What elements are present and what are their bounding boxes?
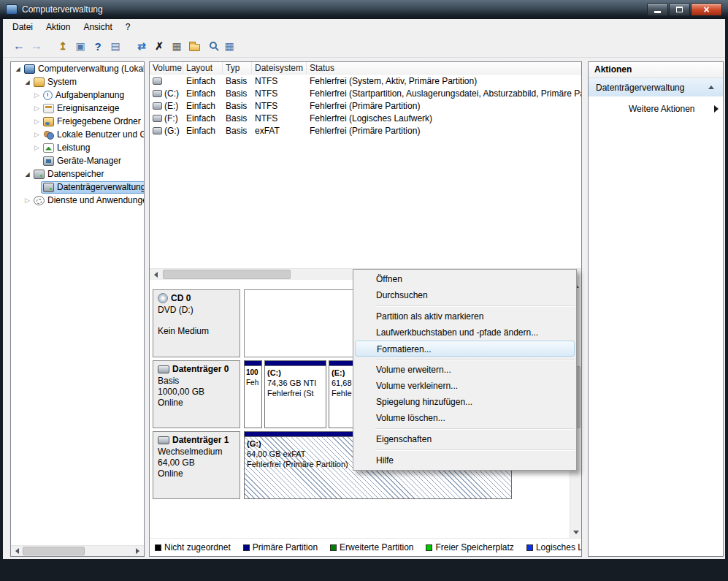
actions-item-weitere-aktionen[interactable]: Weitere Aktionen	[589, 99, 723, 118]
partition-system-reserved[interactable]: 100 Feh	[244, 360, 262, 428]
menu-datei[interactable]: Datei	[6, 20, 39, 34]
column-status[interactable]: Status	[307, 62, 581, 74]
scroll-thumb[interactable]	[23, 547, 85, 555]
tree-item-datenspeicher[interactable]: Datenspeicher	[11, 167, 144, 181]
expander-icon[interactable]	[23, 75, 31, 88]
tree-item-lokale-benutzer[interactable]: Lokale Benutzer und Gr	[11, 128, 144, 141]
column-layout[interactable]: Layout	[183, 62, 223, 74]
menu-hilfe[interactable]: ?	[119, 20, 137, 34]
partition-c[interactable]: (C:) 74,36 GB NTI Fehlerfrei (St	[264, 360, 326, 428]
expander-icon[interactable]	[33, 115, 41, 128]
menu-aktion[interactable]: Aktion	[39, 20, 77, 34]
cd-rom-header[interactable]: CD 0 DVD (D:) Kein Medium	[153, 289, 240, 357]
export-list-icon[interactable]	[54, 37, 72, 55]
actions-item-datentraegerverwaltung[interactable]: Datenträgerverwaltung	[589, 78, 723, 96]
list-view-icon[interactable]	[107, 37, 124, 55]
logical-drive-swatch	[526, 544, 533, 551]
legend-item-primary-partition: Primäre Partition	[243, 542, 318, 552]
tree-label: Ereignisanzeige	[57, 103, 119, 113]
menu-item-add-mirror[interactable]: Spiegelung hinzufügen...	[353, 394, 576, 410]
grid-view-icon[interactable]	[221, 37, 238, 55]
refresh-icon[interactable]	[133, 37, 150, 55]
legend-item-logical-drive: Logisches Laufwerk	[526, 542, 582, 552]
scroll-thumb[interactable]	[163, 270, 291, 279]
disk1-type: Wechselmedium	[158, 447, 235, 457]
disk0-capacity: 1000,00 GB	[158, 387, 235, 398]
volume-row-e[interactable]: (E:) Einfach Basis NTFS Fehlerfrei (Prim…	[150, 99, 581, 112]
expander-icon[interactable]	[33, 102, 41, 115]
delete-icon[interactable]	[150, 37, 168, 55]
search-icon[interactable]	[203, 37, 221, 55]
expander-icon[interactable]	[33, 128, 41, 141]
expander-icon[interactable]	[23, 194, 31, 207]
tree-item-ereignisanzeige[interactable]: Ereignisanzeige	[11, 102, 144, 115]
menu-item-mark-active[interactable]: Partition als aktiv markieren	[353, 308, 576, 324]
menu-item-help[interactable]: Hilfe	[353, 452, 576, 468]
volume-name: (G:)	[164, 126, 180, 136]
properties-icon[interactable]	[168, 37, 185, 55]
actions-item-label: Datenträgerverwaltung	[596, 83, 708, 93]
tree-item-leistung[interactable]: Leistung	[11, 141, 144, 154]
menu-item-shrink-volume[interactable]: Volume verkleinern...	[353, 378, 576, 394]
toolbar	[3, 35, 725, 58]
expander-icon[interactable]	[33, 141, 41, 154]
volume-layout: Einfach	[183, 88, 223, 99]
minimize-button[interactable]	[647, 3, 668, 16]
tree-item-datentraegerverwaltung[interactable]: Datenträgerverwaltung	[11, 181, 144, 194]
computer-icon	[24, 64, 35, 74]
scroll-right-button[interactable]	[131, 546, 144, 556]
menu-item-browse[interactable]: Durchsuchen	[353, 287, 576, 303]
app-icon[interactable]	[6, 4, 18, 15]
collapse-chevron-icon[interactable]	[708, 86, 714, 89]
menu-separator	[375, 359, 575, 360]
tree-item-aufgabenplanung[interactable]: Aufgabenplanung	[11, 88, 144, 102]
legend-item-extended-partition: Erweiterte Partition	[330, 542, 413, 552]
tree-item-computerverwaltung[interactable]: Computerverwaltung (Lokal)	[11, 62, 144, 75]
back-icon[interactable]	[10, 37, 28, 55]
tree-item-dienste-und-anwendungen[interactable]: Dienste und Anwendungen	[11, 194, 144, 207]
forward-icon[interactable]	[28, 37, 45, 55]
menu-ansicht[interactable]: Ansicht	[77, 20, 118, 34]
disk0-header[interactable]: Datenträger 0 Basis 1000,00 GB Online	[153, 360, 240, 428]
menu-item-delete-volume[interactable]: Volume löschen...	[353, 410, 576, 426]
legend-label: Erweiterte Partition	[340, 542, 413, 552]
column-dateisystem[interactable]: Dateisystem	[252, 62, 307, 74]
scroll-down-button[interactable]	[570, 526, 581, 538]
tree-item-geraete-manager[interactable]: Geräte-Manager	[11, 154, 144, 167]
volume-row-system[interactable]: Einfach Basis NTFS Fehlerfrei (System, A…	[150, 75, 581, 87]
column-typ[interactable]: Typ	[223, 62, 252, 74]
menu-separator	[375, 449, 575, 450]
disk1-header[interactable]: Datenträger 1 Wechselmedium 64,00 GB Onl…	[153, 431, 240, 499]
volume-typ: Basis	[223, 126, 252, 136]
column-volume[interactable]: Volume	[150, 62, 183, 74]
expander-icon[interactable]	[23, 167, 31, 181]
tree-item-system[interactable]: System	[11, 75, 144, 88]
tree-item-freigegebene-ordner[interactable]: Freigegebene Ordner	[11, 115, 144, 128]
scroll-left-button[interactable]	[150, 269, 162, 280]
tree-label: Leistung	[57, 143, 90, 153]
menu-item-change-letters[interactable]: Laufwerkbuchstaben und -pfade ändern...	[353, 324, 576, 341]
volume-row-g[interactable]: (G:) Einfach Basis exFAT Fehlerfrei (Pri…	[150, 124, 581, 137]
menu-item-open[interactable]: Öffnen	[353, 271, 576, 287]
unallocated-swatch	[155, 544, 161, 551]
expander-icon[interactable]	[33, 88, 41, 102]
disk1-status: Online	[158, 468, 235, 479]
volume-filesystem: NTFS	[252, 76, 307, 86]
legend-label: Primäre Partition	[253, 542, 318, 552]
scroll-left-button[interactable]	[11, 546, 23, 556]
volume-row-f[interactable]: (F:) Einfach Basis NTFS Fehlerfrei (Logi…	[150, 112, 581, 124]
primary-partition-swatch	[243, 544, 250, 551]
open-folder-icon[interactable]	[185, 37, 203, 55]
maximize-button[interactable]	[669, 3, 690, 16]
volume-row-c[interactable]: (C:) Einfach Basis NTFS Fehlerfrei (Star…	[150, 87, 581, 99]
extended-partition-swatch	[330, 544, 337, 551]
menu-item-extend-volume[interactable]: Volume erweitern...	[353, 362, 576, 378]
actions-panel: Aktionen Datenträgerverwaltung Weitere A…	[588, 61, 724, 557]
menu-item-format[interactable]: Formatieren...	[355, 341, 575, 357]
help-icon[interactable]	[89, 37, 107, 55]
expander-icon[interactable]	[14, 62, 22, 75]
close-button[interactable]: ×	[691, 3, 722, 16]
titlebar[interactable]: Computerverwaltung ×	[0, 0, 728, 19]
show-console-tree-icon[interactable]	[72, 37, 89, 55]
menu-item-properties[interactable]: Eigenschaften	[353, 431, 576, 447]
